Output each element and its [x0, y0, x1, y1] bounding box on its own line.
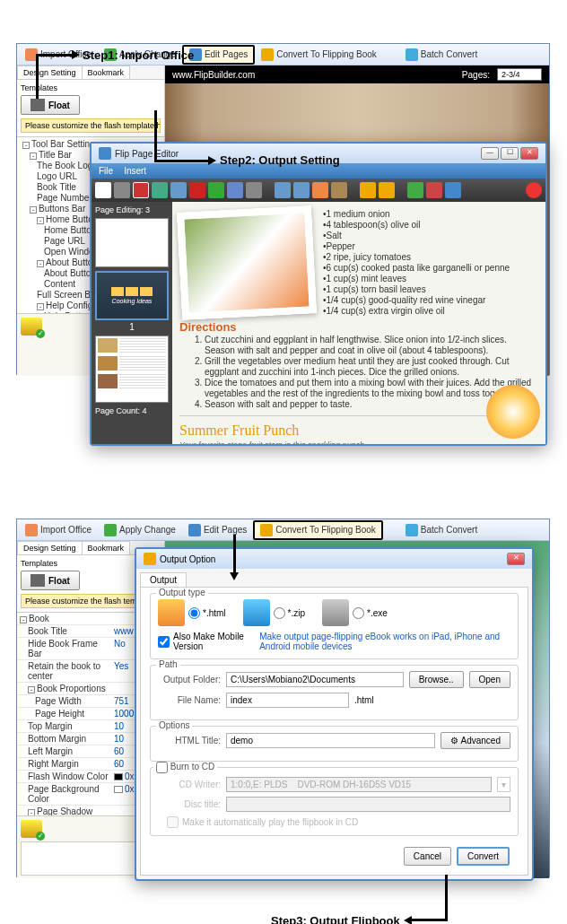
menu-file[interactable]: File: [99, 166, 113, 176]
tree-collapse-icon[interactable]: -: [37, 260, 44, 267]
convert-confirm-button[interactable]: Convert: [457, 847, 510, 866]
arrow-line: [233, 535, 236, 574]
maximize-button[interactable]: ☐: [501, 147, 519, 160]
output-tab[interactable]: Output: [140, 572, 187, 587]
mobile-checkbox[interactable]: [158, 636, 170, 648]
step3-label: Step3: Output Flipbook: [271, 914, 400, 924]
radio-zip[interactable]: *.zip: [274, 607, 305, 619]
exit-icon[interactable]: [526, 182, 542, 198]
edit-pages-button[interactable]: Edit Pages: [182, 521, 253, 539]
filename-input[interactable]: [226, 693, 349, 708]
convert-button[interactable]: Convert To Flipping Book: [255, 46, 383, 64]
app-icon: [144, 553, 156, 565]
mobile-link[interactable]: Make output page-flipping eBook works on…: [259, 632, 510, 651]
radio-html-input[interactable]: [188, 607, 200, 619]
output-type-label: Output type: [156, 588, 208, 597]
print-icon[interactable]: [246, 182, 262, 198]
sel-none-icon[interactable]: [293, 182, 310, 198]
thumb-3[interactable]: [95, 336, 169, 403]
flash-icon[interactable]: [189, 182, 205, 198]
editor-canvas[interactable]: •1 medium onion•4 tablespoon(s) olive oi…: [172, 202, 545, 444]
arrow-line: [36, 54, 39, 99]
zoom-out-icon[interactable]: [426, 182, 442, 198]
pointer-icon[interactable]: [95, 182, 111, 198]
convert-icon: [260, 524, 273, 536]
batch-convert-button[interactable]: Batch Convert: [399, 46, 484, 64]
radio-exe-input[interactable]: [353, 607, 364, 619]
exe-icon: [322, 599, 349, 626]
apply-change-button[interactable]: Apply Change: [98, 521, 182, 539]
batch-icon: [406, 524, 418, 536]
advanced-button[interactable]: ⚙ Advanced: [441, 732, 510, 749]
pages-input[interactable]: [497, 68, 542, 81]
filename-ext: .html: [354, 695, 374, 705]
thumb-1[interactable]: [95, 218, 169, 267]
close-button[interactable]: ✕: [520, 147, 538, 160]
radio-exe[interactable]: *.exe: [353, 607, 388, 619]
arrow-step3-down: [230, 572, 239, 580]
html-title-input[interactable]: [226, 733, 435, 748]
tab-bookmark[interactable]: Bookmark: [82, 541, 131, 554]
zoom-in-icon[interactable]: [407, 182, 423, 198]
folder-input[interactable]: [226, 672, 404, 687]
delete-icon[interactable]: [312, 182, 328, 198]
thumb-2[interactable]: Cooking Ideas: [95, 271, 169, 320]
directions-heading: Directions: [179, 322, 538, 333]
import-icon: [25, 524, 38, 536]
import-office-button[interactable]: Import Office: [19, 521, 98, 539]
tab-design-setting[interactable]: Design Setting: [17, 541, 83, 554]
edit-icon: [188, 524, 201, 536]
link-icon[interactable]: [114, 182, 130, 198]
thumbnails-panel: Page Editing: 3 Cooking Ideas 1 Page Cou…: [92, 202, 172, 444]
radio-zip-input[interactable]: [274, 607, 285, 619]
autoplay-checkbox: [167, 816, 179, 828]
path-group: Path Output Folder: Browse.. Open File N…: [150, 665, 519, 720]
tab-design-setting[interactable]: Design Setting: [17, 65, 83, 79]
float-template-button[interactable]: Float: [21, 95, 80, 115]
filename-label: File Name:: [158, 695, 221, 705]
customize-hint: Please customize the flash template here: [21, 118, 161, 133]
menu-insert[interactable]: Insert: [124, 166, 146, 176]
tab-bookmark[interactable]: Bookmark: [82, 65, 131, 79]
open-button[interactable]: Open: [469, 671, 510, 688]
apply-icon[interactable]: [21, 318, 42, 336]
trash-icon[interactable]: [331, 182, 347, 198]
tree-collapse-icon[interactable]: -: [37, 303, 44, 310]
mobile-label: Also Make Mobile Version: [173, 632, 250, 651]
browse-button[interactable]: Browse..: [409, 671, 464, 688]
tree-collapse-icon[interactable]: -: [30, 206, 37, 214]
editor-toolbar: [92, 179, 545, 202]
minimize-button[interactable]: —: [481, 147, 499, 160]
punch-subtitle: Your favorite stone fruit stars in this …: [179, 440, 538, 444]
radio-html[interactable]: *.html: [188, 607, 226, 619]
sound-icon[interactable]: [170, 182, 187, 198]
recipe-photo: [177, 205, 317, 320]
options-label: Options: [156, 720, 192, 730]
output-dialog-titlebar[interactable]: Output Option ✕: [136, 549, 532, 569]
batch-convert-button[interactable]: Batch Convert: [399, 521, 484, 539]
arrow-line: [411, 919, 447, 921]
burn-checkbox[interactable]: [156, 762, 168, 773]
add-icon[interactable]: [208, 182, 224, 198]
video-icon[interactable]: [133, 182, 149, 198]
fruit-image: [486, 385, 540, 439]
tree-collapse-icon[interactable]: -: [22, 142, 30, 149]
close-button[interactable]: ✕: [507, 553, 525, 565]
tree-collapse-icon[interactable]: -: [30, 153, 37, 160]
convert-button[interactable]: Convert To Flipping Book: [253, 520, 383, 540]
redo-icon[interactable]: [379, 182, 395, 198]
zoom-fit-icon[interactable]: [445, 182, 461, 198]
step1-label: Step1: Import Office: [83, 48, 194, 62]
undo-icon[interactable]: [360, 182, 376, 198]
copy-icon[interactable]: [227, 182, 243, 198]
sel-all-icon[interactable]: [275, 182, 291, 198]
templates-area: Templates Float Please customize the fla…: [17, 80, 164, 137]
tree-collapse-icon[interactable]: -: [37, 217, 44, 224]
float-template-button[interactable]: Float: [21, 571, 80, 590]
main-toolbar: Import Office Apply Change Edit Pages Co…: [17, 519, 549, 541]
options-group: Options HTML Title: ⚙ Advanced: [150, 726, 519, 762]
cd-writer-label: CD Writer:: [158, 780, 221, 789]
apply-icon[interactable]: [21, 820, 42, 838]
cancel-button[interactable]: Cancel: [404, 847, 451, 866]
image-icon[interactable]: [152, 182, 168, 198]
